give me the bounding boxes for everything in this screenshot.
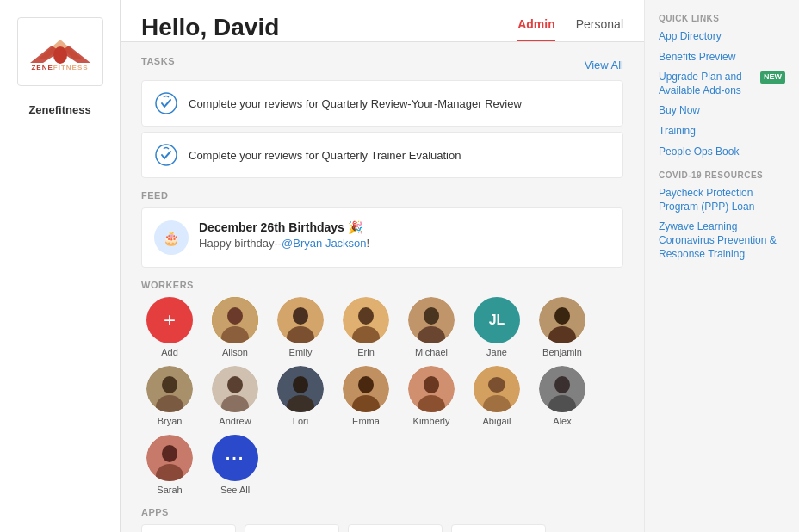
task-badge-2 <box>154 143 178 167</box>
worker-alison[interactable]: Alison <box>207 297 263 357</box>
svg-point-15 <box>358 307 374 325</box>
main-content: Hello, David Admin Personal TASKS View A… <box>121 0 644 532</box>
worker-andrew[interactable]: Andrew <box>207 366 263 426</box>
worker-lori[interactable]: Lori <box>272 366 329 426</box>
svg-point-24 <box>162 376 177 393</box>
task-text-1: Complete your reviews for Quarterly Revi… <box>189 97 522 110</box>
app-company-profile[interactable]: Company Profile <box>141 524 236 532</box>
apps-grid: Company Profile Directory <box>141 524 623 532</box>
worker-kimberly[interactable]: Kimberly <box>403 366 460 426</box>
avatar-bryan <box>146 366 193 412</box>
avatar-alex <box>539 366 585 412</box>
quick-link-buy-now[interactable]: Buy Now <box>659 104 785 118</box>
avatar-alison <box>212 297 258 343</box>
task-item-1[interactable]: Complete your reviews for Quarterly Revi… <box>141 80 623 127</box>
view-all-button[interactable]: View All <box>585 59 623 71</box>
tabs: Admin Personal <box>517 14 623 41</box>
apps-label: APPS <box>141 507 623 517</box>
covid-title: COVID-19 RESOURCES <box>659 170 785 180</box>
worker-name-erin: Erin <box>357 347 375 357</box>
feed-body: Happy birthday--@Bryan Jackson! <box>199 237 369 250</box>
quick-link-app-directory[interactable]: App Directory <box>659 30 785 44</box>
svg-text:🎂: 🎂 <box>163 230 180 246</box>
feed-mention[interactable]: @Bryan Jackson <box>282 237 366 250</box>
company-name: Zenefitness <box>28 103 90 116</box>
svg-point-21 <box>554 307 570 325</box>
avatar-kimberly <box>408 366 455 412</box>
worker-name-abigail: Abigail <box>482 416 511 426</box>
worker-name-alison: Alison <box>222 347 248 357</box>
avatar-emily <box>277 297 324 343</box>
avatar-erin <box>343 297 389 343</box>
covid-link-zywave[interactable]: Zywave Learning Coronavirus Prevention &… <box>659 220 785 261</box>
avatar-emma <box>343 366 389 412</box>
worker-name-sarah: Sarah <box>157 485 182 495</box>
avatar-abigail <box>474 366 520 412</box>
avatar-benjamin <box>539 297 585 343</box>
avatar-jane: JL <box>474 297 520 343</box>
covid-link-ppp[interactable]: Paycheck Protection Program (PPP) Loan <box>659 187 785 213</box>
workers-section: WORKERS + Add Alison <box>141 280 623 495</box>
app-directory[interactable]: Directory <box>245 524 339 532</box>
worker-emma[interactable]: Emma <box>338 366 394 426</box>
worker-name-benjamin: Benjamin <box>542 347 582 357</box>
worker-add[interactable]: + Add <box>141 297 198 357</box>
quick-link-benefits-preview[interactable]: Benefits Preview <box>659 51 785 65</box>
worker-jane[interactable]: JL Jane <box>468 297 525 357</box>
tab-admin[interactable]: Admin <box>517 14 555 41</box>
worker-name-see-all: See All <box>220 485 250 495</box>
worker-benjamin[interactable]: Benjamin <box>534 297 591 357</box>
worker-abigail[interactable]: Abigail <box>468 366 525 426</box>
feed-label: FEED <box>141 190 623 201</box>
feed-item: 🎂 December 26th Birthdays 🎉 Happy birthd… <box>141 207 623 268</box>
svg-point-36 <box>424 376 439 393</box>
worker-name-emily: Emily <box>289 347 313 357</box>
workers-label: WORKERS <box>141 280 623 290</box>
worker-name-andrew: Andrew <box>219 416 251 426</box>
quick-link-training[interactable]: Training <box>659 125 785 139</box>
worker-bryan[interactable]: Bryan <box>141 366 198 426</box>
feed-icon: 🎂 <box>154 220 189 255</box>
feed-title: December 26th Birthdays 🎉 <box>199 220 369 234</box>
svg-point-42 <box>554 376 570 393</box>
worker-name-lori: Lori <box>293 416 308 426</box>
tab-personal[interactable]: Personal <box>576 14 623 41</box>
svg-point-18 <box>424 307 439 325</box>
tasks-section: TASKS View All Complete your reviews for… <box>141 56 623 178</box>
feed-content: December 26th Birthdays 🎉 Happy birthday… <box>199 220 369 250</box>
worker-erin[interactable]: Erin <box>338 297 394 357</box>
svg-point-39 <box>488 377 505 393</box>
worker-name-kimberly: Kimberly <box>413 416 450 426</box>
quick-links-title: QUICK LINKS <box>659 14 785 23</box>
worker-name-alex: Alex <box>553 416 571 426</box>
svg-point-45 <box>162 445 177 462</box>
feed-section: FEED 🎂 December 26th Birthdays 🎉 Happy b… <box>141 190 623 268</box>
quick-link-upgrade-plan[interactable]: Upgrade Plan and Available Add-ons NEW <box>659 71 785 97</box>
covid-section: COVID-19 RESOURCES Paycheck Protection P… <box>659 170 785 261</box>
new-badge: NEW <box>760 71 785 84</box>
header: Hello, David Admin Personal <box>121 0 644 42</box>
svg-point-27 <box>227 376 243 393</box>
app-payroll[interactable]: $ Payroll <box>451 524 546 532</box>
company-logo[interactable]: ZENEFITNESS <box>17 17 103 86</box>
worker-name-bryan: Bryan <box>158 416 183 426</box>
logo-icon: ZENEFITNESS <box>30 33 90 71</box>
right-panel: QUICK LINKS App Directory Benefits Previ… <box>644 0 799 532</box>
svg-point-3 <box>53 46 67 64</box>
worker-michael[interactable]: Michael <box>403 297 460 357</box>
worker-sarah[interactable]: Sarah <box>141 435 198 495</box>
avatar-lori <box>277 366 324 412</box>
worker-name-add: Add <box>161 347 178 357</box>
app-documents[interactable]: Documents <box>348 524 443 532</box>
tasks-label: TASKS <box>141 56 175 66</box>
worker-name-michael: Michael <box>415 347 448 357</box>
worker-alex[interactable]: Alex <box>534 366 591 426</box>
task-item-2[interactable]: Complete your reviews for Quarterly Trai… <box>141 132 623 178</box>
worker-name-emma: Emma <box>352 416 380 426</box>
worker-emily[interactable]: Emily <box>272 297 329 357</box>
svg-point-33 <box>358 376 374 393</box>
apps-section: APPS <box>141 507 623 532</box>
quick-link-people-ops[interactable]: People Ops Book <box>659 145 785 159</box>
task-badge-1 <box>154 91 178 115</box>
worker-see-all[interactable]: ··· See All <box>207 435 263 495</box>
